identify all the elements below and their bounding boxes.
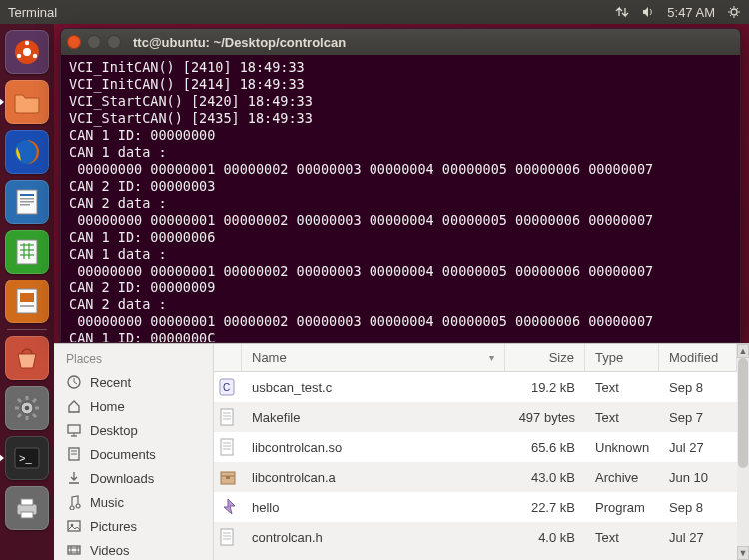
- column-type[interactable]: Type: [585, 344, 659, 371]
- file-type: Text: [585, 410, 659, 425]
- svg-rect-9: [20, 198, 34, 200]
- file-name: usbcan_test.c: [242, 380, 505, 395]
- place-downloads[interactable]: Downloads: [54, 466, 213, 490]
- volume-icon[interactable]: [641, 5, 655, 19]
- place-label: Pictures: [90, 519, 137, 534]
- file-row[interactable]: Cusbcan_test.c19.2 kBTextSep 8: [214, 372, 737, 402]
- file-manager: Places RecentHomeDesktopDocumentsDownloa…: [54, 343, 749, 560]
- column-name[interactable]: Name▾: [242, 344, 505, 371]
- place-pictures[interactable]: Pictures: [54, 514, 213, 538]
- file-size: 65.6 kB: [505, 440, 585, 455]
- svg-line-28: [33, 414, 36, 417]
- file-row[interactable]: libcontrolcan.so65.6 kBUnknownJul 27: [214, 432, 737, 462]
- dash-home-icon[interactable]: [5, 30, 49, 74]
- column-icon: [214, 344, 242, 371]
- place-label: Home: [90, 399, 125, 414]
- file-icon: [214, 527, 242, 547]
- svg-line-27: [18, 399, 21, 402]
- svg-rect-43: [68, 521, 80, 531]
- file-modified: Sep 8: [659, 380, 737, 395]
- gear-icon[interactable]: [727, 5, 741, 19]
- file-icon: [214, 467, 242, 487]
- file-rows: Cusbcan_test.c19.2 kBTextSep 8Makefile49…: [214, 372, 737, 560]
- videos-icon: [66, 542, 82, 558]
- software-center-icon[interactable]: [5, 336, 49, 380]
- file-row[interactable]: hello22.7 kBProgramSep 8: [214, 492, 737, 522]
- terminal-window: ttc@ubuntu: ~/Desktop/controlcan VCI_Ini…: [60, 28, 741, 343]
- terminal-app-icon[interactable]: >_: [5, 436, 49, 480]
- libreoffice-writer-icon[interactable]: [5, 180, 49, 224]
- file-icon: [214, 407, 242, 427]
- file-modified: Jun 10: [659, 470, 737, 485]
- libreoffice-impress-icon[interactable]: [5, 280, 49, 323]
- file-name: Makefile: [242, 410, 505, 425]
- column-modified[interactable]: Modified: [659, 344, 737, 371]
- unity-launcher: >_: [0, 24, 54, 560]
- firefox-icon[interactable]: [5, 130, 49, 174]
- clock[interactable]: 5:47 AM: [667, 5, 715, 20]
- file-type: Text: [585, 380, 659, 395]
- place-music[interactable]: Music: [54, 490, 213, 514]
- file-size: 43.0 kB: [505, 470, 585, 485]
- svg-point-22: [25, 406, 30, 411]
- scroll-down-button[interactable]: ▼: [737, 546, 749, 560]
- file-modified: Jul 27: [659, 530, 737, 545]
- pictures-icon: [66, 518, 82, 534]
- file-icon: [214, 497, 242, 517]
- svg-rect-52: [221, 409, 233, 425]
- svg-rect-8: [20, 194, 34, 196]
- files-app-icon[interactable]: [5, 80, 49, 124]
- place-label: Recent: [90, 375, 131, 390]
- libreoffice-calc-icon[interactable]: [5, 230, 49, 274]
- place-label: Desktop: [90, 423, 138, 438]
- svg-line-29: [33, 399, 36, 402]
- places-heading: Places: [54, 350, 213, 370]
- svg-rect-56: [221, 439, 233, 455]
- file-name: hello: [242, 500, 505, 515]
- file-type: Program: [585, 500, 659, 515]
- file-name: libcontrolcan.a: [242, 470, 505, 485]
- column-size[interactable]: Size: [505, 344, 585, 371]
- svg-text:>_: >_: [19, 452, 32, 464]
- top-menu-bar: Terminal 5:47 AM: [0, 0, 749, 24]
- file-size: 4.0 kB: [505, 530, 585, 545]
- window-minimize-button[interactable]: [87, 35, 101, 49]
- file-type: Unknown: [585, 440, 659, 455]
- documents-icon: [66, 446, 82, 462]
- file-list-pane: Name▾ Size Type Modified Cusbcan_test.c1…: [214, 344, 737, 560]
- svg-rect-37: [68, 425, 80, 433]
- printer-icon[interactable]: [5, 486, 49, 530]
- place-desktop[interactable]: Desktop: [54, 418, 213, 442]
- terminal-titlebar[interactable]: ttc@ubuntu: ~/Desktop/controlcan: [61, 29, 740, 55]
- svg-rect-11: [20, 204, 30, 206]
- window-maximize-button[interactable]: [107, 35, 121, 49]
- scroll-up-button[interactable]: ▲: [737, 344, 749, 358]
- system-settings-icon[interactable]: [5, 386, 49, 430]
- terminal-output[interactable]: VCI_InitCAN() [2410] 18:49:33 VCI_InitCA…: [61, 55, 740, 342]
- svg-point-0: [731, 9, 737, 15]
- place-recent[interactable]: Recent: [54, 370, 213, 394]
- svg-rect-35: [21, 512, 33, 518]
- network-icon[interactable]: [615, 5, 629, 19]
- place-documents[interactable]: Documents: [54, 442, 213, 466]
- scroll-track[interactable]: [737, 358, 749, 546]
- place-label: Videos: [90, 543, 130, 558]
- place-label: Documents: [90, 447, 156, 462]
- file-row[interactable]: Makefile497 bytesTextSep 7: [214, 402, 737, 432]
- place-home[interactable]: Home: [54, 394, 213, 418]
- file-row[interactable]: controlcan.h4.0 kBTextJul 27: [214, 522, 737, 552]
- svg-line-30: [18, 414, 21, 417]
- system-tray: 5:47 AM: [615, 5, 741, 20]
- places-sidebar: Places RecentHomeDesktopDocumentsDownloa…: [54, 344, 214, 560]
- window-close-button[interactable]: [67, 35, 81, 49]
- desktop-icon: [66, 422, 82, 438]
- music-icon: [66, 494, 82, 510]
- vertical-scrollbar[interactable]: ▲ ▼: [737, 344, 749, 560]
- downloads-icon: [66, 470, 82, 486]
- recent-icon: [66, 374, 82, 390]
- svg-rect-45: [68, 546, 80, 554]
- file-row[interactable]: libcontrolcan.a43.0 kBArchiveJun 10: [214, 462, 737, 492]
- place-videos[interactable]: Videos: [54, 538, 213, 560]
- scroll-thumb[interactable]: [738, 358, 748, 468]
- svg-point-5: [33, 54, 37, 58]
